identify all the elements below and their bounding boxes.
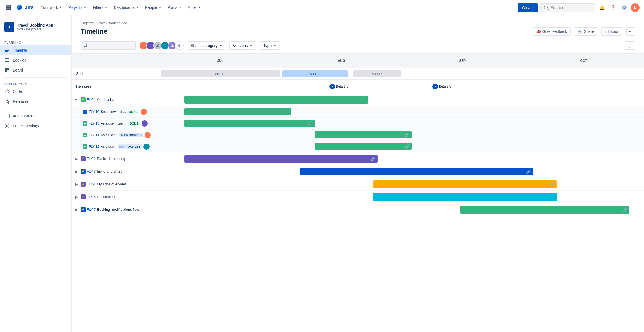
- subtask-row-fly12: ▶ FLY-12 As a use... IN PROGRESS: [72, 141, 160, 152]
- fly10-key[interactable]: FLY-10: [89, 110, 99, 114]
- fly5-icon: ⚡: [81, 194, 86, 199]
- month-headers: JUL AUG SEP OCT: [160, 54, 644, 68]
- fly13-avatar: [142, 120, 148, 127]
- project-type: Software project: [17, 27, 53, 31]
- help-button[interactable]: ❓: [609, 3, 618, 12]
- grid-menu-button[interactable]: [4, 3, 13, 12]
- epic-row-fly4: ▶ ⚡ FLY-4 My Trips overview: [72, 178, 160, 191]
- fly11-bar[interactable]: 🔗: [315, 131, 412, 138]
- fly12-status: IN PROGRESS: [118, 144, 142, 149]
- nav-projects[interactable]: Projects: [66, 0, 90, 15]
- fly1-icon: ⚡: [81, 97, 86, 102]
- fly3-icon: ⚡: [81, 169, 86, 174]
- notifications-button[interactable]: 🔔: [598, 3, 606, 12]
- sprint2-bar: Sprint 2: [282, 70, 348, 77]
- fly3-bar[interactable]: 🔗: [300, 168, 533, 175]
- epic-row-fly5: ▶ ⚡ FLY-5 Notifications: [72, 191, 160, 203]
- give-feedback-button[interactable]: 📣 Give feedback: [533, 27, 571, 36]
- fly10-icon: ✓: [83, 110, 87, 114]
- fly1-bar[interactable]: [184, 96, 368, 104]
- jira-logo[interactable]: Jira: [15, 4, 34, 12]
- svg-rect-13: [5, 58, 9, 59]
- gantt-row-fly13: 🔗: [160, 118, 644, 129]
- subtask-row-fly11: ▶ FLY-11 As a user... IN PROGRESS: [72, 129, 160, 141]
- export-button[interactable]: ↑ Export: [601, 27, 623, 36]
- fly1-name: App basics: [97, 98, 115, 102]
- planning-section-label: PLANNING: [0, 39, 71, 45]
- subtask-row-fly10: ✓ FLY-10 Setup dev and ... DONE: [72, 106, 160, 118]
- nav-your-work[interactable]: Your work: [38, 0, 65, 15]
- subtask-row-fly13: ▶ FLY-13 As a user I can ... DONE: [72, 118, 160, 129]
- sidebar-item-code[interactable]: Code: [0, 86, 71, 96]
- add-avatar-button[interactable]: +: [175, 41, 184, 50]
- fly13-key[interactable]: FLY-13: [89, 122, 99, 125]
- fly7-bar[interactable]: 🔗: [460, 206, 629, 214]
- fly1-expand[interactable]: ▾: [75, 98, 79, 102]
- share-button[interactable]: 🔗 Share: [574, 27, 598, 36]
- nav-filters[interactable]: Filters: [90, 0, 110, 15]
- development-section-label: DEVELOPMENT: [0, 80, 71, 86]
- fly4-key[interactable]: FLY-4: [87, 182, 96, 186]
- fly5-expand[interactable]: ▶: [75, 195, 79, 199]
- timeline-right-panel: JUL AUG SEP OCT Sprint 1 Sprint 2 Sprint…: [160, 54, 644, 325]
- fly12-icon: ▶: [83, 144, 87, 149]
- header-actions: 📣 Give feedback 🔗 Share ↑ Export ⋯: [533, 27, 635, 36]
- sidebar-item-project-settings[interactable]: Project settings: [0, 121, 71, 131]
- fly7-expand[interactable]: ▶: [75, 207, 79, 212]
- create-button[interactable]: Create: [518, 3, 538, 12]
- toolbar-search-box[interactable]: [81, 41, 136, 50]
- filter-settings-button[interactable]: [625, 41, 635, 50]
- toolbar-search-input[interactable]: [87, 43, 132, 48]
- beta2-dot[interactable]: [432, 84, 438, 89]
- versions-filter[interactable]: Versions: [229, 41, 256, 50]
- fly2-expand[interactable]: ▶: [75, 157, 79, 161]
- svg-rect-5: [10, 7, 11, 9]
- type-filter[interactable]: Type: [260, 41, 280, 50]
- gantt-row-fly10: [160, 106, 644, 118]
- fly5-key[interactable]: FLY-5: [87, 195, 96, 199]
- sidebar-project: ✈ Travel Booking App Software project: [0, 20, 71, 34]
- sidebar-item-timeline[interactable]: Timeline: [0, 45, 71, 55]
- svg-rect-17: [7, 68, 9, 70]
- sidebar-item-add-shortcut[interactable]: Add shortcut: [0, 111, 71, 121]
- settings-button[interactable]: ⚙️: [620, 3, 629, 12]
- fly13-bar[interactable]: 🔗: [184, 120, 315, 127]
- svg-rect-0: [6, 5, 8, 7]
- fly3-key[interactable]: FLY-3: [87, 169, 96, 173]
- epic-row-fly1: ▾ ⚡ FLY-1 App basics: [72, 93, 160, 106]
- fly4-expand[interactable]: ▶: [75, 182, 79, 186]
- nav-apps[interactable]: Apps: [185, 0, 204, 15]
- more-options-button[interactable]: ⋯: [626, 27, 635, 36]
- user-avatar[interactable]: U: [631, 3, 640, 12]
- beta2-release: Beta 2.0: [432, 84, 451, 89]
- fly12-avatar: [143, 144, 150, 150]
- svg-rect-4: [8, 7, 10, 9]
- nav-plans[interactable]: Plans: [165, 0, 185, 15]
- fly12-bar[interactable]: 🔗: [315, 143, 412, 150]
- beta1-dot[interactable]: [329, 84, 335, 89]
- fly12-key[interactable]: FLY-12: [89, 145, 99, 149]
- fly1-key[interactable]: FLY-1: [87, 98, 96, 102]
- fly5-bar[interactable]: [373, 193, 557, 201]
- gantt-row-fly3: 🔗: [160, 165, 644, 178]
- fly10-bar[interactable]: [184, 108, 291, 115]
- breadcrumb-projects[interactable]: Projects: [81, 21, 94, 25]
- breadcrumb-app[interactable]: Travel Booking App: [97, 21, 128, 25]
- epic-row-fly3: ▶ ⚡ FLY-3 Invite and share: [72, 165, 160, 178]
- nav-dashboards[interactable]: Dashboards: [111, 0, 142, 15]
- nav-people[interactable]: People: [142, 0, 164, 15]
- fly4-bar[interactable]: 🔗: [373, 180, 557, 188]
- fly2-key[interactable]: FLY-2: [87, 157, 96, 161]
- status-category-filter[interactable]: Status category: [187, 41, 226, 50]
- sidebar-item-backlog[interactable]: Backlog: [0, 55, 71, 65]
- fly2-bar[interactable]: 🔗: [184, 155, 378, 163]
- sidebar-item-board[interactable]: Board: [0, 65, 71, 75]
- fly2-icon: ⚡: [81, 156, 86, 161]
- fly7-key[interactable]: FLY-7: [87, 207, 96, 212]
- avatars-group: +: [139, 41, 184, 50]
- sidebar-item-releases[interactable]: Releases: [0, 96, 71, 106]
- fly11-key[interactable]: FLY-11: [89, 133, 99, 137]
- search-box[interactable]: [540, 3, 595, 12]
- fly3-expand[interactable]: ▶: [75, 169, 79, 174]
- search-input[interactable]: [551, 6, 589, 10]
